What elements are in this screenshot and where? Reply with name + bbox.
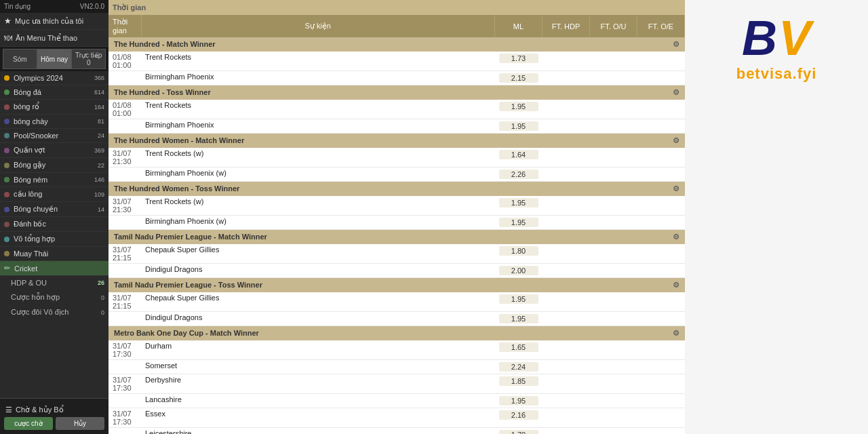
bongro-label: bóng rổ: [14, 102, 39, 111]
settings-icon[interactable]: ⚙: [673, 40, 679, 49]
ml-odds2[interactable]: 1.95: [495, 216, 542, 230]
ou-odds2: [590, 167, 637, 182]
ml-odds1-val[interactable]: 1.65: [499, 342, 538, 352]
table-container[interactable]: Thời gian Sự kiện ML FT. HDP FT. O/U FT.…: [108, 15, 685, 434]
sidebar-item-danhboc[interactable]: Đánh bốc: [0, 217, 108, 232]
sidebar-item-bongchay[interactable]: bóng chày 81: [0, 115, 108, 129]
ml-odds1-val[interactable]: 1.95: [499, 294, 538, 304]
ml-odds1[interactable]: 2.16: [495, 408, 542, 428]
ml-odds1-val[interactable]: 1.80: [499, 246, 538, 256]
ml-odds2-val[interactable]: 1.95: [499, 314, 538, 323]
section-header-metro-match: Metro Bank One Day Cup - Match Winner⚙: [108, 326, 685, 341]
hdp-ou-label: HDP & OU: [11, 279, 47, 287]
ml-odds2-val[interactable]: 1.95: [499, 121, 538, 131]
settings-icon[interactable]: ⚙: [673, 88, 679, 97]
settings-icon[interactable]: ⚙: [673, 329, 679, 338]
sidebar-item-cricket[interactable]: ✏ Cricket: [0, 261, 108, 276]
sidebar-item-bonggay[interactable]: Bóng gậy 22: [0, 158, 108, 173]
ml-odds1[interactable]: 1.95: [495, 292, 542, 312]
ml-odds2-val[interactable]: 2.26: [499, 170, 538, 179]
cuoc-cho-button[interactable]: cược chờ: [4, 417, 53, 430]
table-row: Lancashire 1.95: [108, 394, 685, 408]
bongchuyen-label: Bóng chuyền: [14, 205, 58, 214]
ml-odds2[interactable]: 1.95: [495, 312, 542, 326]
ml-odds2[interactable]: 1.95: [495, 394, 542, 408]
sidebar-item-bongnem[interactable]: Bóng ném 146: [0, 173, 108, 187]
ml-odds1[interactable]: 1.65: [495, 340, 542, 360]
oe-odds1: [637, 340, 685, 360]
sidebar-item-bongchuyen[interactable]: Bóng chuyền 14: [0, 202, 108, 217]
bonggay-label: Bóng gậy: [14, 161, 45, 170]
sidebar-item-quanlot[interactable]: Quần vợt 369: [0, 143, 108, 158]
filter-som[interactable]: Sóm: [3, 49, 37, 69]
hdp-odds1: [542, 148, 590, 167]
ml-odds1[interactable]: 1.80: [495, 244, 542, 264]
sidebar-item-caulong[interactable]: cầu lông 109: [0, 187, 108, 202]
match-date-time: 31/0721:15: [108, 244, 141, 264]
ml-odds2[interactable]: 1.95: [495, 119, 542, 134]
match-date-time: 31/0717:30: [108, 340, 141, 360]
sidebar-sub-cuoc-hon-hop[interactable]: Cược hỗn hợp 0: [0, 290, 108, 305]
filter-tructiep[interactable]: Trực tiếp 0: [71, 49, 106, 69]
ou-odds2: [590, 428, 637, 435]
team1-name: Trent Rockets (w): [141, 148, 495, 167]
match-time-empty: [108, 360, 141, 374]
sidebar-item-bongro[interactable]: bóng rổ 164: [0, 100, 108, 115]
oe-odds2: [637, 264, 685, 278]
ml-odds2-val[interactable]: 1.70: [499, 430, 538, 434]
filter-homnay[interactable]: Hôm nay: [37, 49, 72, 69]
ml-odds1[interactable]: 1.73: [495, 52, 542, 71]
table-row: 31/0717:30 Derbyshire 1.85: [108, 374, 685, 394]
oe-odds1: [637, 244, 685, 264]
ml-odds1-val[interactable]: 1.73: [499, 54, 538, 63]
sidebar-item-sport-menu[interactable]: 🍽 Ăn Menu Thể thao: [0, 30, 108, 47]
huy-button[interactable]: Hủy: [56, 417, 104, 430]
sidebar-sub-hdp-ou[interactable]: HDP & OU 26: [0, 276, 108, 290]
cuoc-hon-hop-label: Cược hỗn hợp: [11, 293, 60, 302]
ml-odds1[interactable]: 1.95: [495, 196, 542, 216]
settings-icon[interactable]: ⚙: [673, 136, 679, 145]
sidebar-filter-bar: Sóm Hôm nay Trực tiếp 0: [0, 47, 108, 71]
ml-odds2-val[interactable]: 1.95: [499, 218, 538, 227]
sidebar-item-muaythai[interactable]: Muay Thái: [0, 247, 108, 261]
hdp-odds2: [542, 216, 590, 230]
ml-odds1-val[interactable]: 1.64: [499, 150, 538, 159]
hdp-odds1: [542, 196, 590, 216]
oe-odds2: [637, 312, 685, 326]
table-row: Birmingham Phoenix (w) 2.26: [108, 167, 685, 182]
sidebar-item-favorites[interactable]: ★ Mục ưa thích của tôi: [0, 13, 108, 30]
ml-odds2-val[interactable]: 2.15: [499, 73, 538, 83]
ml-odds1-val[interactable]: 1.95: [499, 198, 538, 208]
settings-icon[interactable]: ⚙: [673, 184, 679, 193]
match-date-time: 31/0717:30: [108, 374, 141, 394]
ml-odds1[interactable]: 1.95: [495, 100, 542, 119]
ml-odds1[interactable]: 1.64: [495, 148, 542, 167]
table-row: 31/0721:15 Chepauk Super Gillies 1.80: [108, 244, 685, 264]
ml-odds2-val[interactable]: 2.24: [499, 362, 538, 372]
ml-odds1-val[interactable]: 1.95: [499, 102, 538, 111]
sidebar-item-bongda[interactable]: Bóng đá 614: [0, 85, 108, 100]
ml-odds2-val[interactable]: 1.95: [499, 396, 538, 406]
settings-icon[interactable]: ⚙: [673, 281, 679, 290]
sidebar-bet-section: ☰ Chờ & hủy Bổ cược chờ Hủy: [0, 398, 108, 434]
ml-odds1-val[interactable]: 2.16: [499, 410, 538, 420]
sidebar-cho-huy[interactable]: ☰ Chờ & hủy Bổ: [4, 403, 104, 417]
sidebar-version: VN2.0.0: [80, 3, 104, 10]
settings-icon[interactable]: ⚙: [673, 233, 679, 241]
sidebar-sub-cuoc-doi-vo-dich[interactable]: Cược đôi Vô địch 0: [0, 305, 108, 320]
match-time-empty: [108, 312, 141, 326]
ml-odds2-val[interactable]: 2.00: [499, 266, 538, 275]
sidebar-item-pool[interactable]: Pool/Snooker 24: [0, 129, 108, 143]
ml-odds2[interactable]: 2.24: [495, 360, 542, 374]
ml-odds2[interactable]: 2.00: [495, 264, 542, 278]
ml-odds2[interactable]: 1.70: [495, 428, 542, 435]
ml-odds2[interactable]: 2.26: [495, 167, 542, 182]
sidebar-item-votongho[interactable]: Võ tổng hợp: [0, 232, 108, 247]
olympics-count: 366: [94, 75, 104, 81]
sidebar-item-olympics[interactable]: Olympics 2024 366: [0, 71, 108, 85]
ou-odds1: [590, 244, 637, 264]
logo-container: B V betvisa.fyi: [736, 14, 817, 83]
ml-odds1-val[interactable]: 1.85: [499, 376, 538, 386]
ml-odds2[interactable]: 2.15: [495, 71, 542, 85]
ml-odds1[interactable]: 1.85: [495, 374, 542, 394]
